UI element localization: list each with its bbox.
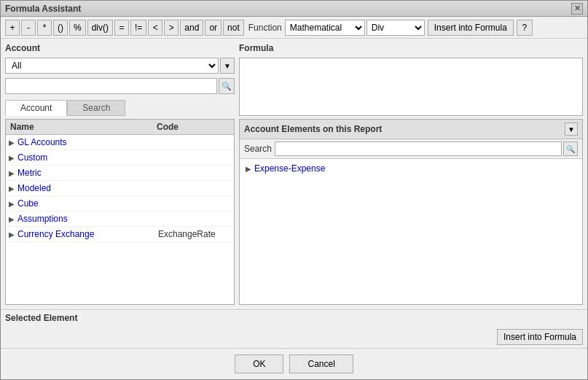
search-row: 🔍 — [5, 78, 235, 94]
and-operator-button[interactable]: and — [180, 20, 203, 36]
lessthan-operator-button[interactable]: < — [148, 20, 162, 36]
help-button[interactable]: ? — [517, 20, 533, 36]
tree-item-currency-exchange[interactable]: ▶ Currency Exchange ExchangeRate — [6, 227, 234, 242]
tree-item-name-gl-accounts: GL Accounts — [17, 137, 158, 147]
plus-operator-button[interactable]: + — [5, 20, 20, 36]
tree-item-metric[interactable]: ▶ Metric — [6, 166, 234, 181]
tree-arrow-metric: ▶ — [9, 169, 15, 177]
tab-account[interactable]: Account — [5, 100, 67, 116]
ae-list-item-expense[interactable]: ▶ Expense-Expense — [243, 162, 579, 175]
equals-operator-button[interactable]: = — [114, 20, 129, 36]
div-operator-button[interactable]: div() — [87, 20, 113, 36]
minus-operator-button[interactable]: - — [21, 20, 36, 36]
right-panel: Formula Account Elements on this Report … — [239, 43, 583, 305]
account-select[interactable]: All — [5, 58, 219, 74]
account-elements-collapse-button[interactable]: ▼ — [565, 123, 578, 136]
left-panel: Account All ▼ 🔍 Account Search Nam — [5, 43, 235, 305]
function-name-select[interactable]: Div Mod Abs Round — [366, 20, 425, 36]
cancel-button[interactable]: Cancel — [289, 354, 353, 373]
formula-label: Formula — [239, 43, 583, 53]
account-elements-header: Account Elements on this Report ▼ — [240, 120, 582, 139]
account-elements-label: Account Elements on this Report — [244, 124, 382, 134]
close-button[interactable]: ✕ — [571, 3, 583, 15]
tree-item-modeled[interactable]: ▶ Modeled — [6, 181, 234, 196]
multiply-operator-button[interactable]: * — [37, 20, 52, 36]
parens-operator-button[interactable]: () — [53, 20, 68, 36]
tree-item-name-cube: Cube — [17, 198, 158, 209]
function-label: Function — [248, 23, 282, 33]
account-elements-list: ▶ Expense-Expense — [240, 159, 582, 304]
selected-element-row: Insert into Formula — [5, 326, 583, 345]
tree-item-name-assumptions: Assumptions — [17, 214, 158, 224]
tree-arrow-currency-exchange: ▶ — [9, 230, 15, 239]
tree-item-gl-accounts[interactable]: ▶ GL Accounts — [6, 135, 234, 150]
tree-item-name-currency-exchange: Currency Exchange — [17, 229, 158, 239]
tree-item-name-modeled: Modeled — [17, 183, 158, 193]
insert-formula-bottom-button[interactable]: Insert into Formula — [497, 329, 583, 345]
tree-arrow-custom: ▶ — [9, 154, 15, 162]
tree-arrow-modeled: ▶ — [9, 185, 15, 193]
tree-container: Name Code ▶ GL Accounts ▶ Custom ▶ Metri… — [5, 119, 235, 305]
tree-header-name: Name — [10, 122, 157, 132]
account-elements-section: Account Elements on this Report ▼ Search… — [239, 119, 583, 305]
formula-input-box[interactable] — [239, 58, 583, 116]
tree-item-name-metric: Metric — [17, 168, 158, 178]
title-bar: Formula Assistant ✕ — [1, 1, 587, 17]
function-category-select[interactable]: Mathematical Statistical Logical Text — [285, 20, 365, 36]
tree-item-assumptions[interactable]: ▶ Assumptions — [6, 212, 234, 227]
bottom-section: Selected Element Insert into Formula — [1, 309, 587, 348]
ok-button[interactable]: OK — [235, 354, 283, 373]
insert-formula-toolbar-button[interactable]: Insert into Formula — [428, 20, 514, 36]
tree-item-cube[interactable]: ▶ Cube — [6, 196, 234, 212]
tab-search[interactable]: Search — [67, 100, 125, 116]
ae-item-label-expense: Expense-Expense — [254, 163, 325, 174]
account-elements-search-input[interactable] — [275, 141, 562, 156]
toolbar: + - * () % div() = != < > and or not Fun… — [1, 17, 587, 39]
tree-arrow-assumptions: ▶ — [9, 215, 15, 223]
tree-item-custom[interactable]: ▶ Custom — [6, 150, 234, 166]
tabs-row: Account Search — [5, 100, 235, 116]
account-elements-search-button[interactable]: 🔍 — [563, 141, 578, 156]
tree-item-name-custom: Custom — [17, 152, 158, 163]
greaterthan-operator-button[interactable]: > — [164, 20, 179, 36]
formula-assistant-dialog: Formula Assistant ✕ + - * () % div() = !… — [0, 0, 588, 380]
tree-header: Name Code — [6, 120, 234, 135]
notequals-operator-button[interactable]: != — [130, 20, 146, 36]
dialog-buttons: OK Cancel — [1, 348, 587, 379]
ae-item-arrow-expense: ▶ — [246, 165, 251, 173]
account-search-button[interactable]: 🔍 — [219, 78, 235, 94]
account-dropdown-arrow-button[interactable]: ▼ — [220, 58, 235, 74]
tree-item-code-currency-exchange: ExchangeRate — [158, 229, 231, 239]
dialog-title: Formula Assistant — [5, 4, 81, 14]
not-operator-button[interactable]: not — [223, 20, 244, 36]
selected-element-header: Selected Element — [5, 313, 583, 323]
account-section-label: Account — [5, 43, 235, 53]
or-operator-button[interactable]: or — [205, 20, 222, 36]
ae-search-label: Search — [244, 144, 272, 154]
account-search-input[interactable] — [5, 78, 217, 94]
account-elements-search-row: Search 🔍 — [240, 139, 582, 159]
tree-arrow-gl-accounts: ▶ — [9, 139, 15, 147]
percent-operator-button[interactable]: % — [69, 20, 86, 36]
tree-arrow-cube: ▶ — [9, 200, 15, 208]
main-content: Account All ▼ 🔍 Account Search Nam — [1, 39, 587, 309]
tree-header-code: Code — [157, 122, 230, 132]
account-dropdown-row: All ▼ — [5, 58, 235, 74]
